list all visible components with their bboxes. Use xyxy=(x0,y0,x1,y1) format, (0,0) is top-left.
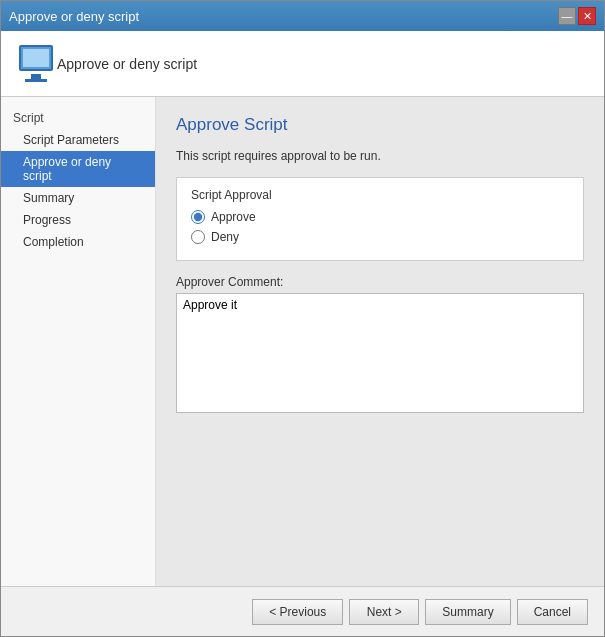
sidebar-item-progress[interactable]: Progress xyxy=(1,209,155,231)
approval-group: Script Approval Approve Deny xyxy=(176,177,584,261)
sidebar-section-script: Script xyxy=(1,107,155,129)
comment-textarea[interactable]: Approve it xyxy=(176,293,584,413)
sidebar-item-script-parameters[interactable]: Script Parameters xyxy=(1,129,155,151)
description-text: This script requires approval to be run. xyxy=(176,149,584,163)
window-title: Approve or deny script xyxy=(9,9,139,24)
deny-radio-row[interactable]: Deny xyxy=(191,230,569,244)
main-window: Approve or deny script — ✕ Approve or de… xyxy=(0,0,605,637)
content-area: Script Script Parameters Approve or deny… xyxy=(1,97,604,586)
comment-label: Approver Comment: xyxy=(176,275,584,289)
sidebar-item-summary[interactable]: Summary xyxy=(1,187,155,209)
approval-group-label: Script Approval xyxy=(191,188,569,202)
sidebar: Script Script Parameters Approve or deny… xyxy=(1,97,156,586)
computer-icon xyxy=(15,43,57,85)
header-text: Approve or deny script xyxy=(57,56,197,72)
previous-button[interactable]: < Previous xyxy=(252,599,343,625)
deny-label: Deny xyxy=(211,230,239,244)
title-bar: Approve or deny script — ✕ xyxy=(1,1,604,31)
approve-label: Approve xyxy=(211,210,256,224)
panel-title: Approve Script xyxy=(176,115,584,135)
sidebar-item-completion[interactable]: Completion xyxy=(1,231,155,253)
title-bar-controls: — ✕ xyxy=(558,7,596,25)
main-panel: Approve Script This script requires appr… xyxy=(156,97,604,586)
close-button[interactable]: ✕ xyxy=(578,7,596,25)
deny-radio[interactable] xyxy=(191,230,205,244)
footer: < Previous Next > Summary Cancel xyxy=(1,586,604,636)
header-area: Approve or deny script xyxy=(1,31,604,97)
approve-radio-row[interactable]: Approve xyxy=(191,210,569,224)
cancel-button[interactable]: Cancel xyxy=(517,599,588,625)
comment-section: Approver Comment: Approve it xyxy=(176,275,584,416)
minimize-button[interactable]: — xyxy=(558,7,576,25)
next-button[interactable]: Next > xyxy=(349,599,419,625)
summary-button[interactable]: Summary xyxy=(425,599,510,625)
sidebar-item-approve-deny[interactable]: Approve or deny script xyxy=(1,151,155,187)
approve-radio[interactable] xyxy=(191,210,205,224)
